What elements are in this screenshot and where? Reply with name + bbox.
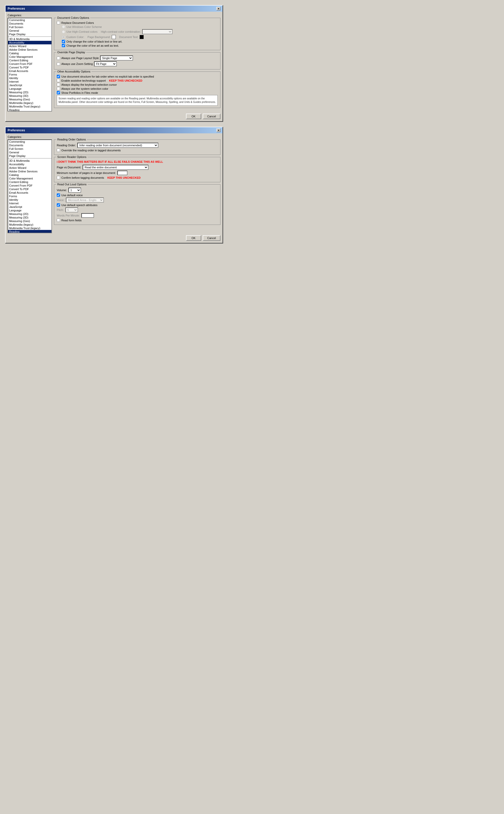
use-default-speech-checkbox[interactable] [57, 203, 60, 207]
list-item[interactable]: Multimedia Trust (legacy) [8, 105, 51, 108]
categories-listbox-2[interactable]: CommentingDocumentsFull ScreenGeneralPag… [8, 139, 52, 233]
list-item[interactable]: JavaScript [8, 205, 51, 209]
wpm-input[interactable]: 190 [81, 213, 94, 218]
use-high-contrast-radio[interactable] [62, 30, 65, 33]
list-item[interactable]: Action Wizard [8, 166, 51, 170]
list-item[interactable]: Multimedia (legacy) [8, 101, 51, 105]
list-item[interactable]: Measuring (Geo) [8, 98, 51, 101]
use-windows-radio[interactable] [62, 25, 65, 28]
list-item[interactable]: Convert To PDF [8, 66, 51, 69]
categories-label-2: Categories: [8, 135, 220, 138]
voice-select[interactable]: Microsoft Anna - Englis [66, 197, 104, 202]
list-item[interactable]: Forms [8, 194, 51, 198]
list-item[interactable]: Documents [8, 143, 51, 147]
always-zoom-checkbox[interactable] [57, 62, 60, 66]
list-item[interactable]: 3D & Multimedia [8, 159, 51, 162]
list-item[interactable]: Multimedia (legacy) [8, 223, 51, 226]
assistive-tech-label: Enable assistive technology support [61, 79, 106, 82]
list-item[interactable]: Language [8, 209, 51, 212]
wpm-row: Words Per Minute: 190 [57, 213, 218, 218]
list-item[interactable]: Measuring (2D) [8, 212, 51, 216]
list-item[interactable]: Action Wizard [8, 44, 51, 48]
use-default-speech-label: Use default speech attributes [61, 203, 97, 207]
list-item[interactable]: Color Management [8, 177, 51, 180]
list-item[interactable]: Forms [8, 73, 51, 76]
page-layout-select[interactable]: Single Page [100, 55, 133, 61]
change-line-art-checkbox[interactable] [62, 44, 65, 47]
list-item[interactable]: Measuring (Geo) [8, 219, 51, 223]
zoom-select[interactable]: Fit Page [94, 61, 117, 66]
list-item[interactable]: Full Screen [8, 25, 51, 29]
cancel-button-1[interactable]: Cancel [203, 114, 220, 119]
list-item[interactable]: Accessibility [8, 162, 51, 166]
list-item[interactable]: Convert From PDF [8, 62, 51, 66]
keyboard-cursor-row: Always display the keyboard selection cu… [57, 83, 218, 86]
reading-order-select[interactable]: Infer reading order from document (recom… [77, 143, 158, 148]
page-bg-color-box[interactable] [112, 35, 116, 39]
close-button-1[interactable]: ✕ [216, 7, 220, 10]
min-pages-input[interactable]: 50 [117, 171, 127, 175]
ok-button-1[interactable]: OK [186, 114, 201, 119]
list-item[interactable]: Catalog [8, 173, 51, 177]
confirm-tagging-checkbox[interactable] [57, 176, 60, 179]
list-item[interactable]: Internet [8, 201, 51, 205]
list-item[interactable]: General [8, 151, 51, 154]
list-item[interactable]: Accessibility [8, 41, 51, 44]
list-item[interactable]: Measuring (2D) [8, 90, 51, 94]
volume-select[interactable]: 1 [68, 188, 81, 193]
categories-listbox-1[interactable]: CommentingDocumentsFull ScreenGeneralPag… [8, 18, 52, 111]
list-item[interactable]: Content Editing [8, 59, 51, 62]
tab-order-checkbox[interactable] [57, 75, 60, 78]
list-item[interactable]: Commenting [8, 18, 51, 22]
keyboard-cursor-checkbox[interactable] [57, 83, 60, 86]
list-item[interactable]: Measuring (3D) [8, 94, 51, 98]
assistive-tech-checkbox[interactable] [57, 79, 60, 82]
read-form-fields-checkbox[interactable] [57, 218, 60, 222]
doc-text-color-box[interactable] [140, 35, 144, 39]
list-item[interactable]: Adobe Online Services [8, 170, 51, 173]
list-item[interactable]: 3D & Multimedia [8, 37, 51, 41]
pitch-label: Pitch: [57, 208, 64, 211]
list-item[interactable]: Convert To PDF [8, 187, 51, 191]
list-item[interactable]: Commenting [8, 140, 51, 143]
change-line-art-row: Change the color of line art as well as … [62, 44, 218, 47]
list-item[interactable]: Reading [8, 108, 51, 111]
always-page-layout-row: Always use Page Layout Style Single Page [57, 55, 218, 61]
close-button-2[interactable]: ✕ [216, 128, 220, 132]
list-item[interactable]: Multimedia Trust (legacy) [8, 226, 51, 230]
high-contrast-combo[interactable] [142, 29, 173, 34]
list-item[interactable]: Email Accounts [8, 191, 51, 194]
list-item[interactable]: Adobe Online Services [8, 48, 51, 51]
custom-color-radio[interactable] [62, 35, 65, 39]
list-item[interactable]: Catalog [8, 51, 51, 55]
override-tagged-checkbox[interactable] [57, 148, 60, 152]
replace-doc-colors-checkbox[interactable] [57, 21, 60, 24]
button-row-1: OK Cancel [8, 114, 220, 119]
list-item[interactable]: Color Management [8, 55, 51, 59]
list-item[interactable]: Language [8, 87, 51, 90]
system-selection-checkbox[interactable] [57, 87, 60, 90]
list-item[interactable]: Internet [8, 80, 51, 83]
list-item[interactable]: Identity [8, 198, 51, 201]
right-panel-2: Reading Order Options Reading Order: Inf… [54, 139, 220, 233]
list-item[interactable]: Email Accounts [8, 69, 51, 73]
ok-button-2[interactable]: OK [186, 235, 201, 241]
list-item[interactable]: Convert From PDF [8, 184, 51, 187]
cancel-button-2[interactable]: Cancel [203, 235, 220, 241]
pitch-select[interactable]: 5 [65, 207, 78, 212]
always-page-layout-checkbox[interactable] [57, 57, 60, 60]
list-item[interactable]: General [8, 29, 51, 32]
page-vs-doc-select[interactable]: Read the entire document [83, 165, 148, 170]
list-item[interactable]: Measuring (3D) [8, 216, 51, 219]
list-item[interactable]: Full Screen [8, 147, 51, 151]
list-item[interactable]: Page Display [8, 154, 51, 158]
list-item[interactable]: Identity [8, 76, 51, 80]
list-item[interactable]: Reading [8, 230, 51, 233]
list-item[interactable]: Page Display [8, 32, 51, 36]
use-default-voice-checkbox[interactable] [57, 193, 60, 197]
list-item[interactable]: Content Editing [8, 180, 51, 184]
list-item[interactable]: JavaScript [8, 83, 51, 87]
portfolios-mode-checkbox[interactable] [57, 91, 60, 94]
only-black-checkbox[interactable] [62, 40, 65, 43]
list-item[interactable]: Documents [8, 22, 51, 25]
